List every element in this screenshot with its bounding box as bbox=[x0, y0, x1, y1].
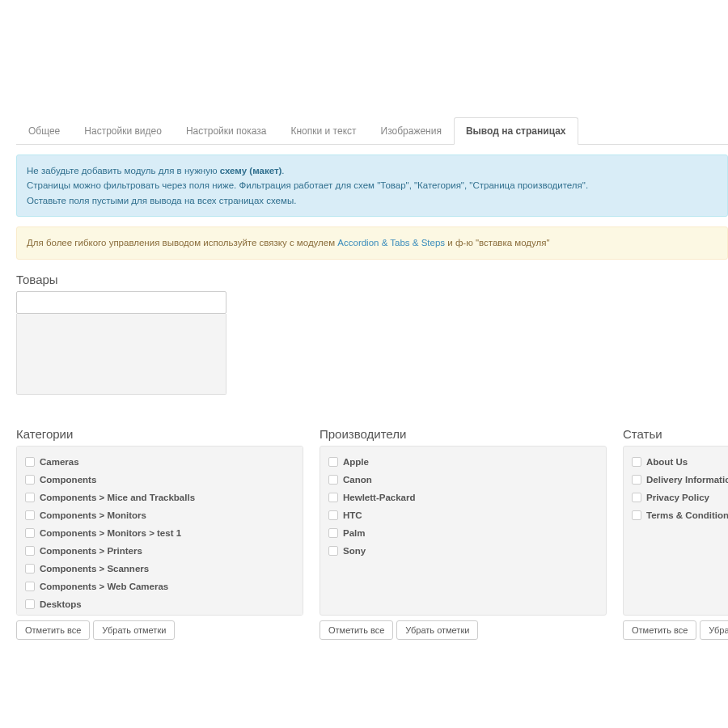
tab-video-settings[interactable]: Настройки видео bbox=[72, 117, 174, 145]
tab-bar: Общее Настройки видео Настройки показа К… bbox=[16, 117, 728, 145]
checkbox-label: Terms & Conditions bbox=[646, 510, 728, 520]
list-item[interactable]: Privacy Policy bbox=[624, 489, 728, 506]
checkbox-label: Components > Mice and Trackballs bbox=[40, 493, 195, 502]
warning-alert: Для более гибкого управления выводом исп… bbox=[16, 226, 728, 259]
checkbox[interactable] bbox=[328, 510, 338, 520]
checkbox-label: Components > Scanners bbox=[40, 564, 149, 574]
checkbox[interactable] bbox=[25, 493, 35, 502]
checkbox-label: Components > Monitors > test 1 bbox=[40, 528, 181, 538]
select-all-button[interactable]: Отметить все bbox=[623, 620, 696, 640]
list-item[interactable]: Components > Monitors bbox=[17, 506, 303, 524]
list-item[interactable]: Canon bbox=[320, 471, 606, 489]
checkbox[interactable] bbox=[632, 475, 641, 485]
articles-title: Статьи bbox=[623, 427, 728, 441]
checkbox-label: HTC bbox=[343, 510, 362, 520]
checkbox[interactable] bbox=[632, 493, 641, 502]
list-item[interactable]: Components > Web Cameras bbox=[17, 578, 303, 595]
list-item[interactable]: Components > Printers bbox=[17, 542, 303, 560]
checkbox-label: Sony bbox=[343, 546, 366, 556]
categories-column: Категории Cameras Components Components … bbox=[16, 414, 303, 640]
list-item[interactable]: Sony bbox=[320, 542, 606, 560]
checkbox[interactable] bbox=[25, 599, 35, 609]
checkbox-label: Apple bbox=[343, 457, 369, 467]
checkbox-label: Desktops bbox=[40, 599, 82, 609]
manufacturers-title: Производители bbox=[320, 427, 607, 441]
checkbox[interactable] bbox=[25, 546, 35, 556]
info-line3: Оставьте поля пустыми для вывода на всех… bbox=[27, 196, 296, 205]
checkbox[interactable] bbox=[25, 564, 35, 574]
articles-column: Статьи About Us Delivery Information Pri… bbox=[623, 414, 728, 640]
checkbox[interactable] bbox=[25, 510, 35, 520]
list-item[interactable]: Palm bbox=[320, 524, 606, 542]
list-item[interactable]: HTC bbox=[320, 506, 606, 524]
checkbox-label: Components > Web Cameras bbox=[40, 582, 168, 591]
checkbox[interactable] bbox=[25, 528, 35, 538]
checkbox[interactable] bbox=[328, 457, 338, 467]
categories-buttons: Отметить все Убрать отметки bbox=[16, 620, 303, 640]
checkbox[interactable] bbox=[25, 457, 35, 467]
checkbox[interactable] bbox=[328, 546, 338, 556]
list-item[interactable]: Terms & Conditions bbox=[624, 506, 728, 524]
select-all-button[interactable]: Отметить все bbox=[16, 620, 90, 640]
list-item[interactable]: Apple bbox=[320, 453, 606, 471]
tab-display-settings[interactable]: Настройки показа bbox=[174, 117, 279, 145]
categories-panel: Cameras Components Components > Mice and… bbox=[16, 446, 303, 616]
info-line1-bold: схему (макет) bbox=[220, 166, 282, 176]
checkbox-label: Components bbox=[40, 475, 96, 485]
manufacturers-panel: Apple Canon Hewlett-Packard HTC Palm Son… bbox=[320, 446, 607, 616]
checkbox[interactable] bbox=[25, 582, 35, 591]
list-item[interactable]: Hewlett-Packard bbox=[320, 489, 606, 506]
products-title: Товары bbox=[16, 273, 728, 286]
products-list[interactable] bbox=[16, 314, 226, 395]
checkbox-label: Privacy Policy bbox=[646, 493, 709, 502]
list-item[interactable]: Components > Monitors > test 1 bbox=[17, 524, 303, 542]
checkbox[interactable] bbox=[632, 510, 641, 520]
deselect-all-button[interactable]: Убрать отметки bbox=[700, 620, 728, 640]
manufacturers-column: Производители Apple Canon Hewlett-Packar… bbox=[320, 414, 607, 640]
checkbox[interactable] bbox=[328, 475, 338, 485]
list-item[interactable]: Components > Scanners bbox=[17, 560, 303, 578]
checkbox-label: Palm bbox=[343, 528, 366, 538]
list-item[interactable]: Components > Mice and Trackballs bbox=[17, 489, 303, 506]
info-line2: Страницы можно фильтровать через поля ни… bbox=[27, 180, 588, 190]
list-item[interactable]: Components bbox=[17, 471, 303, 489]
deselect-all-button[interactable]: Убрать отметки bbox=[93, 620, 175, 640]
articles-buttons: Отметить все Убрать отметки bbox=[623, 620, 728, 640]
checkbox-label: Canon bbox=[343, 475, 372, 485]
products-input[interactable] bbox=[16, 291, 226, 314]
warning-suffix: и ф-ю "вставка модуля" bbox=[445, 238, 550, 248]
tab-buttons-text[interactable]: Кнопки и текст bbox=[278, 117, 368, 145]
checkbox[interactable] bbox=[25, 475, 35, 485]
checkbox-label: Delivery Information bbox=[646, 475, 728, 485]
checkbox[interactable] bbox=[328, 493, 338, 502]
warning-link[interactable]: Accordion & Tabs & Steps bbox=[337, 238, 445, 248]
info-alert: Не забудьте добавить модуль для в нужную… bbox=[16, 154, 728, 217]
categories-title: Категории bbox=[16, 427, 303, 441]
list-item[interactable]: About Us bbox=[624, 453, 728, 471]
list-item[interactable]: Cameras bbox=[17, 453, 303, 471]
info-line1-prefix: Не забудьте добавить модуль для в нужную bbox=[27, 166, 220, 176]
checkbox[interactable] bbox=[328, 528, 338, 538]
checkbox[interactable] bbox=[632, 457, 641, 467]
articles-panel: About Us Delivery Information Privacy Po… bbox=[623, 446, 728, 616]
info-line1-suffix: . bbox=[281, 166, 284, 176]
warning-prefix: Для более гибкого управления выводом исп… bbox=[27, 238, 337, 248]
list-item[interactable]: Desktops bbox=[17, 595, 303, 613]
tab-images[interactable]: Изображения bbox=[369, 117, 454, 145]
checkbox-label: Cameras bbox=[40, 457, 79, 467]
manufacturers-buttons: Отметить все Убрать отметки bbox=[320, 620, 607, 640]
checkbox-label: About Us bbox=[646, 457, 688, 467]
products-box bbox=[16, 291, 226, 395]
checkbox-label: Components > Printers bbox=[40, 546, 142, 556]
tab-general[interactable]: Общее bbox=[16, 117, 72, 145]
tab-pages-output[interactable]: Вывод на страницах bbox=[454, 117, 578, 145]
checkbox-label: Components > Monitors bbox=[40, 510, 146, 520]
deselect-all-button[interactable]: Убрать отметки bbox=[396, 620, 478, 640]
checkbox-label: Hewlett-Packard bbox=[343, 493, 415, 502]
select-all-button[interactable]: Отметить все bbox=[320, 620, 393, 640]
list-item[interactable]: Delivery Information bbox=[624, 471, 728, 489]
